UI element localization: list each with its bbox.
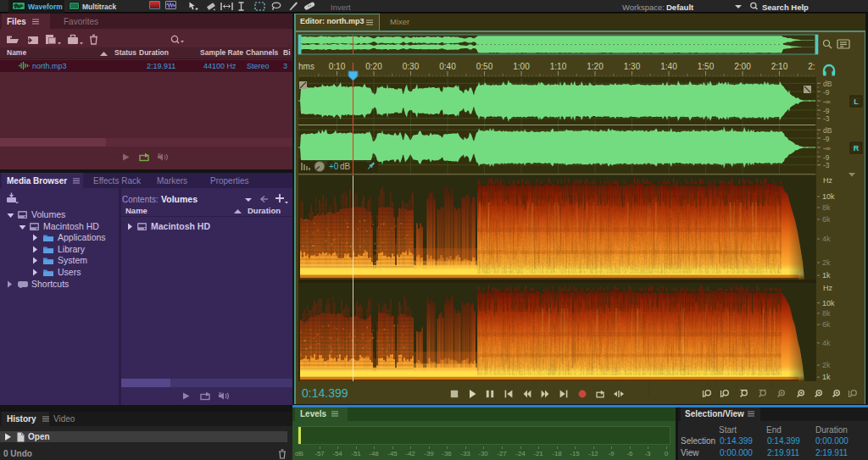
svg-text:-∞: -∞ xyxy=(823,144,831,152)
svg-text:L: L xyxy=(854,97,859,106)
svg-text:-3: -3 xyxy=(823,114,830,123)
svg-text:0:10: 0:10 xyxy=(329,62,346,71)
svg-text:2k: 2k xyxy=(822,361,831,369)
svg-text:-3: -3 xyxy=(823,161,830,169)
svg-text:0:30: 0:30 xyxy=(403,62,420,71)
svg-text:10k: 10k xyxy=(822,299,835,308)
svg-text:1k: 1k xyxy=(822,373,831,381)
svg-text:1:10: 1:10 xyxy=(550,62,567,71)
svg-text:hms: hms xyxy=(298,62,314,71)
svg-text:4k: 4k xyxy=(822,339,831,347)
svg-text:Hz: Hz xyxy=(823,176,832,185)
svg-text:6k: 6k xyxy=(822,215,831,224)
svg-text:2:10: 2:10 xyxy=(771,62,788,71)
svg-text:0:50: 0:50 xyxy=(476,62,493,71)
svg-text:6k: 6k xyxy=(822,320,831,329)
svg-text:8k: 8k xyxy=(822,309,831,318)
svg-text:1:40: 1:40 xyxy=(660,62,677,71)
svg-text:1:50: 1:50 xyxy=(698,62,715,71)
svg-text:-∞: -∞ xyxy=(823,97,831,106)
svg-text:10k: 10k xyxy=(822,192,835,201)
svg-text:dB: dB xyxy=(823,126,832,135)
svg-text:0:20: 0:20 xyxy=(365,62,382,71)
svg-text:R: R xyxy=(854,144,860,152)
svg-text:0:40: 0:40 xyxy=(439,62,456,71)
svg-text:0:14.399: 0:14.399 xyxy=(302,386,348,400)
svg-text:+0: +0 xyxy=(329,162,339,171)
svg-text:dB: dB xyxy=(823,80,832,88)
svg-text:Hz: Hz xyxy=(823,284,832,292)
svg-text:-9: -9 xyxy=(823,107,830,115)
svg-text:2k: 2k xyxy=(822,258,831,267)
svg-text:2:20: 2:20 xyxy=(808,62,825,71)
svg-text:-9: -9 xyxy=(823,153,830,162)
svg-text:4k: 4k xyxy=(822,235,831,243)
svg-text:dB: dB xyxy=(340,162,351,171)
svg-text:1:00: 1:00 xyxy=(513,62,530,71)
svg-text:1k: 1k xyxy=(822,271,831,280)
svg-text:1:20: 1:20 xyxy=(587,62,604,71)
svg-text:8k: 8k xyxy=(822,203,831,212)
svg-text:2:00: 2:00 xyxy=(734,62,751,71)
svg-text:-9: -9 xyxy=(823,135,830,143)
svg-text:1:30: 1:30 xyxy=(624,62,641,71)
svg-text:-9: -9 xyxy=(823,88,830,97)
